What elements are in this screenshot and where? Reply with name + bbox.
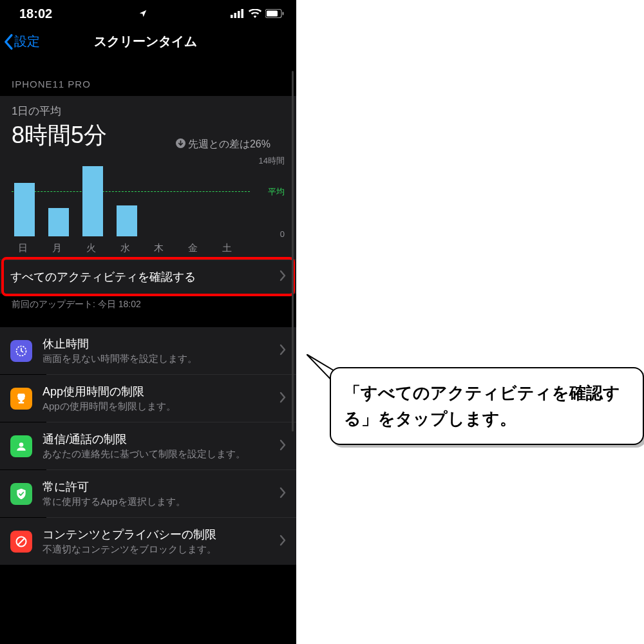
app-limits-icon — [10, 388, 32, 410]
avg-line-label: 平均 — [268, 186, 285, 198]
battery-icon — [265, 6, 285, 21]
chevron-right-icon — [279, 270, 286, 284]
bar-水 — [117, 205, 137, 236]
svg-rect-1 — [234, 13, 237, 18]
y-max-label: 14時間 — [259, 155, 285, 167]
chevron-right-icon — [279, 344, 286, 358]
y-min-label: 0 — [280, 229, 285, 239]
chart-xaxis: 日月火水木金土 — [12, 242, 250, 254]
chevron-right-icon — [279, 535, 286, 549]
downtime-icon — [10, 340, 32, 362]
menu-row-downtime[interactable]: 休止時間画面を見ない時間帯を設定します。 — [0, 327, 296, 374]
svg-point-9 — [19, 442, 24, 447]
device-header: IPHONE11 PRO — [0, 64, 296, 96]
usage-chart[interactable]: 14時間 0 平均 日月火水木金土 — [12, 158, 285, 254]
svg-line-11 — [18, 538, 24, 545]
status-time: 18:02 — [19, 6, 52, 21]
xlabel: 火 — [80, 242, 114, 254]
bar-月 — [48, 208, 69, 236]
bar-火 — [82, 166, 103, 236]
menu-sub: 画面を見ない時間帯を設定します。 — [43, 353, 279, 365]
xlabel: 金 — [182, 242, 216, 254]
menu-sub: 常に使用するAppを選択します。 — [43, 496, 279, 508]
content-icon — [10, 531, 32, 553]
wifi-icon — [249, 6, 261, 21]
xlabel: 土 — [216, 242, 250, 254]
menu-sub: Appの使用時間を制限します。 — [43, 401, 279, 413]
signal-icon — [231, 6, 245, 21]
menu-title: 常に許可 — [43, 479, 279, 495]
menu-row-comm[interactable]: 通信/通話の制限あなたの連絡先に基づいて制限を設定します。 — [0, 422, 296, 469]
summary-card: 1日の平均 8時間5分 先週との差は26% 14時間 0 平均 日月火 — [0, 96, 296, 260]
settings-menu: 休止時間画面を見ない時間帯を設定します。App使用時間の制限Appの使用時間を制… — [0, 327, 296, 565]
status-right — [231, 6, 285, 21]
phone-screen: 18:02 設定 スクリーンタイム — [0, 0, 296, 644]
bar-日 — [14, 183, 35, 236]
chevron-right-icon — [279, 392, 286, 406]
svg-rect-5 — [267, 11, 278, 17]
xlabel: 日 — [12, 242, 46, 254]
nav-bar: 設定 スクリーンタイム — [0, 24, 296, 64]
allow-icon — [10, 483, 32, 505]
avg-label: 1日の平均 — [12, 104, 285, 118]
scrollbar[interactable] — [292, 71, 294, 431]
xlabel: 水 — [114, 242, 148, 254]
avg-value: 8時間5分 — [12, 120, 107, 151]
svg-rect-0 — [231, 15, 233, 18]
menu-row-content[interactable]: コンテンツとプライバシーの制限不適切なコンテンツをブロックします。 — [0, 518, 296, 565]
menu-title: App使用時間の制限 — [43, 384, 279, 399]
chevron-right-icon — [279, 487, 286, 501]
menu-sub: 不適切なコンテンツをブロックします。 — [43, 544, 279, 556]
see-all-activity-row[interactable]: すべてのアクティビティを確認する — [0, 260, 296, 294]
menu-row-app-limits[interactable]: App使用時間の制限Appの使用時間を制限します。 — [0, 375, 296, 422]
instruction-callout: 「すべてのアクティビティを確認する」をタップします。 — [330, 367, 644, 445]
last-update: 前回のアップデート: 今日 18:02 — [0, 294, 296, 327]
page-title: スクリーンタイム — [4, 33, 287, 50]
location-icon — [138, 6, 147, 21]
comm-icon — [10, 435, 32, 457]
diff-text: 先週との差は26% — [176, 138, 270, 151]
menu-title: コンテンツとプライバシーの制限 — [43, 527, 279, 542]
xlabel: 木 — [147, 242, 182, 254]
menu-sub: あなたの連絡先に基づいて制限を設定します。 — [43, 448, 279, 460]
down-arrow-icon — [176, 138, 185, 151]
status-bar: 18:02 — [0, 0, 296, 24]
chevron-right-icon — [279, 439, 286, 453]
activity-row-wrap: すべてのアクティビティを確認する — [0, 260, 296, 294]
svg-rect-2 — [238, 11, 240, 18]
svg-rect-6 — [283, 12, 284, 15]
menu-title: 通信/通話の制限 — [43, 431, 279, 447]
svg-rect-3 — [242, 9, 244, 18]
xlabel: 月 — [46, 242, 80, 254]
menu-title: 休止時間 — [43, 336, 279, 352]
see-all-activity-label: すべてのアクティビティを確認する — [10, 269, 279, 285]
menu-row-allow[interactable]: 常に許可常に使用するAppを選択します。 — [0, 470, 296, 517]
